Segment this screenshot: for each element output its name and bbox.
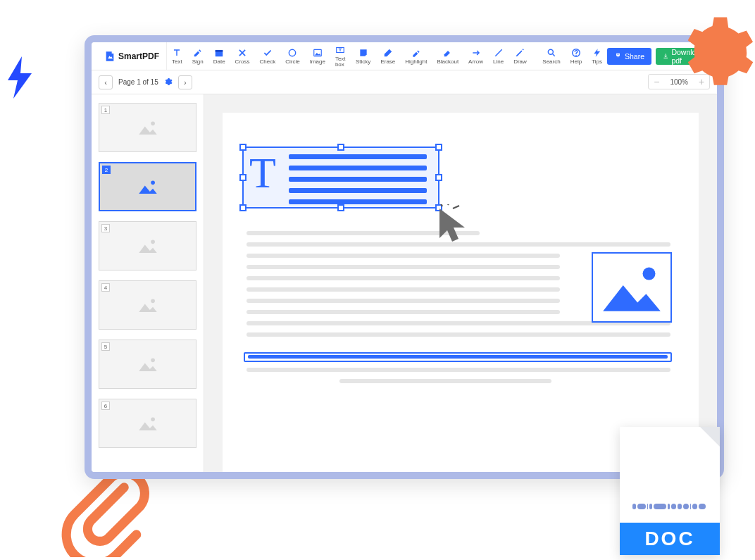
blackout-icon [443,47,453,58]
pager-bar: ‹ Page 1 of 15 › − 100% + [92,70,717,94]
tool-line[interactable]: Line [488,45,508,67]
tool-draw[interactable]: Draw [508,45,532,67]
sticky-icon [358,47,368,58]
page-thumbnail[interactable]: 6 [99,399,196,448]
page-thumbnail[interactable]: 3 [99,221,196,270]
tool-blackout[interactable]: Blackout [432,45,463,67]
tips-icon [592,47,602,58]
page-thumbnail[interactable]: 5 [99,340,196,389]
resize-handle[interactable] [435,174,442,181]
svg-point-12 [151,418,155,422]
share-button[interactable]: Share [607,48,651,65]
search-icon [547,47,556,58]
line-icon [494,47,504,58]
editor-canvas[interactable]: T [204,94,717,472]
tool-date[interactable]: Date [208,45,230,67]
svg-point-9 [151,240,155,244]
erase-icon [383,47,393,58]
page-settings-icon[interactable] [164,77,173,87]
tool-image[interactable]: Image [305,45,330,67]
page-indicator: Page 1 of 15 [118,78,158,86]
brand: SmartPDF [97,42,167,70]
text-icon [172,47,182,58]
main-toolbar: SmartPDF Text Sign Date Cross Check Circ… [92,42,717,70]
tool-sign[interactable]: Sign [187,45,208,67]
page-prev-button[interactable]: ‹ [99,75,113,89]
svg-point-8 [151,181,155,185]
decorative-gear-icon [678,14,755,94]
calendar-icon [214,47,224,58]
app-window: SmartPDF Text Sign Date Cross Check Circ… [85,35,724,479]
resize-handle[interactable] [435,144,442,151]
page-next-button[interactable]: › [178,75,192,89]
resize-handle[interactable] [239,174,247,181]
dropcap-letter: T [249,151,276,194]
svg-point-2 [289,49,296,56]
tool-sticky[interactable]: Sticky [351,45,375,67]
image-icon [313,47,323,58]
svg-line-15 [453,206,459,209]
circle-icon [287,47,297,58]
svg-point-11 [151,359,155,363]
svg-point-7 [151,122,155,126]
svg-point-10 [151,299,155,304]
brand-name: SmartPDF [118,51,159,61]
selected-textbox[interactable]: T [242,147,439,209]
svg-line-14 [448,204,451,205]
tool-text[interactable]: Text [167,45,187,67]
svg-point-5 [548,49,553,54]
tool-arrow[interactable]: Arrow [463,45,488,67]
tool-erase[interactable]: Erase [375,45,400,67]
resize-handle[interactable] [239,144,247,151]
sign-icon [193,47,203,58]
resize-handle[interactable] [337,204,344,211]
draw-icon [515,47,525,58]
page-thumbnail[interactable]: 1 [99,103,196,152]
image-placeholder[interactable] [592,252,672,323]
decorative-bolt-icon [4,56,37,101]
highlight-bar[interactable] [244,352,672,362]
document-page[interactable]: T [223,113,699,472]
svg-point-16 [643,268,656,280]
tool-textbox[interactable]: Text box [330,42,351,70]
page-thumbnail[interactable]: 2 [99,162,196,211]
doc-label: DOC [620,523,720,555]
tool-help[interactable]: Help [566,45,587,67]
textbox-icon [335,44,345,56]
highlight-icon [411,47,421,58]
svg-rect-1 [216,50,223,52]
check-icon [263,47,273,58]
resize-handle[interactable] [337,144,344,151]
tool-search[interactable]: Search [537,45,565,67]
resize-handle[interactable] [239,204,247,211]
arrow-icon [471,47,481,58]
tool-check[interactable]: Check [255,45,281,67]
doc-file-icon: DOC [620,427,720,555]
tool-tips[interactable]: Tips [587,45,607,67]
tool-circle[interactable]: Circle [280,45,304,67]
svg-line-13 [439,204,442,206]
cursor-icon [435,204,478,249]
help-icon [571,47,581,58]
page-thumbnail[interactable]: 4 [99,280,196,330]
thumbnail-panel: 1 2 3 4 5 6 [92,94,204,472]
zoom-out-button[interactable]: − [649,75,664,89]
tool-highlight[interactable]: Highlight [400,45,432,67]
tool-cross[interactable]: Cross [230,45,255,67]
cross-icon [237,47,247,58]
